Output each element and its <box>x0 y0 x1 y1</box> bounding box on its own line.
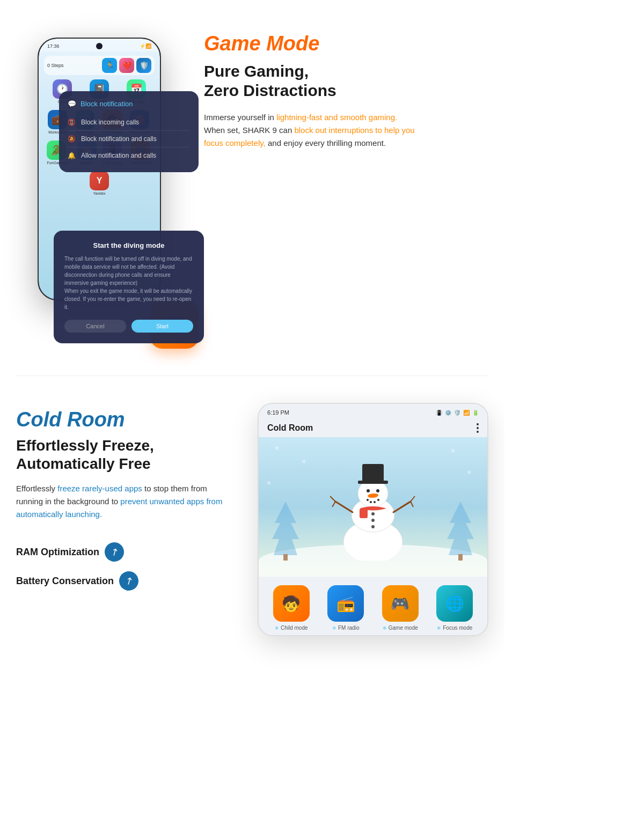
wifi-icon: 📶 <box>463 410 470 416</box>
desc-mid: When set, SHARK 9 can <box>204 126 294 135</box>
cold-app-label-game: ❄ Game mode <box>383 625 418 631</box>
phone-notch <box>96 43 103 49</box>
svg-point-7 <box>367 489 370 492</box>
notif-item-1: 📵 Block incoming calls <box>68 114 190 131</box>
cold-app-icon-focus[interactable]: 🌐 <box>436 585 473 622</box>
svg-line-21 <box>393 502 411 512</box>
app-icon-shield: 🛡️ <box>136 58 151 73</box>
focus-mode-emoji: 🌐 <box>445 595 464 613</box>
svg-line-19 <box>330 496 335 502</box>
vibrate-icon: 📳 <box>436 410 442 416</box>
cold-room-phone: 6:19 PM 📳 ⚙️ 🛡️ 📶 🔋 Cold Room <box>258 403 494 636</box>
svg-line-20 <box>332 502 335 507</box>
svg-rect-14 <box>360 509 368 518</box>
cold-app-item-game: 🎮 ❄ Game mode <box>382 585 419 631</box>
notif-label-2: Block notification and calls <box>81 135 157 143</box>
phone-status-icons: ⚡📶 <box>140 43 151 49</box>
desc-highlight1: lightning-fast and smooth gaming. <box>276 113 397 122</box>
snowflake-game: ❄ <box>383 625 387 631</box>
snowflake-child: ❄ <box>275 625 279 631</box>
svg-point-10 <box>367 499 369 501</box>
svg-line-22 <box>411 496 415 502</box>
step-counter: 0 Steps <box>47 63 64 68</box>
notification-popup-title: Block notification <box>80 100 133 108</box>
snowflake-1: ❄ <box>275 445 279 451</box>
fm-radio-label: FM radio <box>338 625 359 631</box>
cold-room-text: Cold Room Effortlessly Freeze, Automatic… <box>16 403 247 600</box>
game-mode-title: Game Mode <box>204 32 488 55</box>
snowflake-5: ❄ <box>267 480 271 486</box>
svg-point-8 <box>376 489 379 492</box>
child-mode-label: Child mode <box>281 625 308 631</box>
cold-phone-status-bar: 6:19 PM 📳 ⚙️ 🛡️ 📶 🔋 <box>259 404 487 419</box>
subtitle-line1: Pure Gaming, <box>204 62 309 80</box>
more-options-button[interactable] <box>477 423 479 433</box>
svg-point-15 <box>371 512 375 515</box>
cold-app-label-focus: ❄ Focus mode <box>437 625 472 631</box>
snowflake-4: ❄ <box>467 469 471 475</box>
tree-left <box>269 496 302 561</box>
cold-app-label-child: ❄ Child mode <box>275 625 308 631</box>
svg-marker-24 <box>447 502 474 555</box>
cold-highlight1: freeze rarely-used apps <box>57 484 142 493</box>
desc-before1: Immerse yourself in <box>204 113 276 122</box>
battery-icon: 🔋 <box>472 410 479 416</box>
cold-phone-apps: 🧒 ❄ Child mode 📻 ❄ FM radio <box>259 577 487 635</box>
svg-line-18 <box>335 502 353 512</box>
game-mode-description: Immerse yourself in lightning-fast and s… <box>204 111 419 150</box>
cold-phone-frame: 6:19 PM 📳 ⚙️ 🛡️ 📶 🔋 Cold Room <box>258 403 488 636</box>
snowflake-focus: ❄ <box>437 625 441 631</box>
dot-2 <box>477 427 479 429</box>
dot-3 <box>477 431 479 433</box>
cold-app-item-child: 🧒 ❄ Child mode <box>273 585 310 631</box>
diving-dialog: Start the diving mode The call function … <box>54 231 204 343</box>
svg-point-11 <box>370 501 372 503</box>
cold-room-description: Effortlessly freeze rarely-used apps to … <box>16 482 231 521</box>
phone-time: 17:36 <box>47 43 60 49</box>
snowflake-2: ❄ <box>302 459 306 465</box>
cold-desc-before1: Effortlessly <box>16 484 57 493</box>
game-mode-emoji: 🎮 <box>391 595 409 613</box>
svg-marker-0 <box>272 502 299 555</box>
dot-1 <box>477 423 479 425</box>
notification-popup-header: 💬 Block notification <box>68 100 190 108</box>
app-icon-heart: ❤️ <box>119 58 134 73</box>
snowflake-3: ❄ <box>451 448 455 454</box>
cold-app-icon-child[interactable]: 🧒 <box>273 585 310 622</box>
svg-point-16 <box>371 519 375 522</box>
cold-app-icon-radio[interactable]: 📻 <box>327 585 364 622</box>
feature-item-ram: RAM Optimization ↗ <box>16 542 247 562</box>
notif-icon-block: 🔕 <box>68 135 76 143</box>
child-mode-emoji: 🧒 <box>282 595 301 613</box>
cold-phone-snowman-area: ❄ ❄ ❄ ❄ ❄ <box>259 437 487 577</box>
status-icons: 📳 ⚙️ 🛡️ 📶 🔋 <box>436 410 479 416</box>
arrow-icon-battery: ↗ <box>115 568 142 594</box>
desc-end: and enjoy every thrilling moment. <box>266 138 386 148</box>
cold-app-icon-game[interactable]: 🎮 <box>382 585 419 622</box>
diving-cancel-button[interactable]: Cancel <box>64 320 126 333</box>
game-mode-section: 17:36 ⚡📶 0 Steps 🏃 ❤️ 🛡️ <box>0 0 504 375</box>
cold-room-title: Cold Room <box>16 408 247 431</box>
cold-app-label-radio: ❄ FM radio <box>332 625 359 631</box>
app-icon-run: 🏃 <box>102 58 117 73</box>
game-mode-text: Game Mode Pure Gaming, Zero Distractions… <box>204 21 488 150</box>
notif-item-3: 🔔 Allow notification and calls <box>68 148 190 164</box>
cold-room-section: Cold Room Effortlessly Freeze, Automatic… <box>0 376 504 698</box>
feature-ram-label: RAM Optimization <box>16 547 99 558</box>
feature-item-battery: Battery Conservation ↗ <box>16 571 247 591</box>
diving-start-button[interactable]: Start <box>131 320 193 333</box>
phone-app-row-4: Y Yandex <box>44 171 155 195</box>
phone-container: 17:36 ⚡📶 0 Steps 🏃 ❤️ 🛡️ <box>11 21 193 354</box>
arrow-icon-ram: ↗ <box>101 539 127 565</box>
cold-subtitle-line1: Effortlessly Freeze, <box>16 437 154 454</box>
notif-icon-main: 💬 <box>68 100 76 108</box>
notif-label-1: Block incoming calls <box>81 119 139 126</box>
svg-rect-25 <box>458 554 463 561</box>
focus-mode-label: Focus mode <box>443 625 472 631</box>
cold-phone-header: Cold Room <box>259 419 487 437</box>
diving-dialog-buttons: Cancel Start <box>64 320 193 333</box>
diving-dialog-title: Start the diving mode <box>64 241 193 249</box>
app-yandex: Y Yandex <box>90 171 109 195</box>
svg-rect-6 <box>362 464 384 482</box>
phone-status-bar: 17:36 ⚡📶 <box>39 39 160 51</box>
